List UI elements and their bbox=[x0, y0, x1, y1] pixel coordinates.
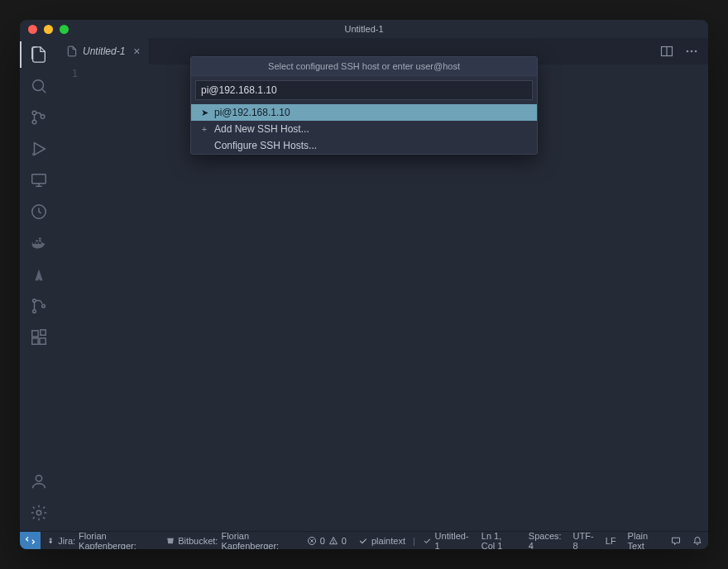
settings-gear-icon[interactable] bbox=[29, 503, 49, 523]
bitbucket-icon bbox=[166, 536, 175, 546]
quick-pick-item-configure[interactable]: Configure SSH Hosts... bbox=[191, 137, 537, 154]
status-right: Ln 1, Col 1 Spaces: 4 UTF-8 LF Plain Tex… bbox=[476, 532, 708, 549]
remote-explorer-icon[interactable] bbox=[29, 170, 49, 190]
warning-icon bbox=[328, 536, 338, 546]
jira-label: Jira: bbox=[58, 536, 75, 546]
svg-rect-13 bbox=[41, 330, 46, 335]
svg-point-3 bbox=[41, 115, 45, 119]
status-checkmark-1[interactable]: plaintext bbox=[352, 532, 411, 549]
window-title: Untitled-1 bbox=[344, 24, 383, 34]
source-control-icon[interactable] bbox=[29, 108, 49, 127]
arrow-icon: ➤ bbox=[199, 108, 209, 118]
bitbucket-label: Bitbucket: bbox=[178, 536, 218, 546]
window-close-icon[interactable] bbox=[28, 25, 37, 34]
quick-pick-item-add[interactable]: + Add New SSH Host... bbox=[191, 121, 537, 137]
svg-point-17 bbox=[687, 50, 689, 53]
status-encoding[interactable]: UTF-8 bbox=[568, 532, 600, 549]
search-icon[interactable] bbox=[29, 76, 49, 96]
check-icon bbox=[358, 536, 368, 546]
quick-pick-item-label: Add New SSH Host... bbox=[214, 123, 309, 135]
svg-point-2 bbox=[32, 120, 36, 124]
check-icon bbox=[423, 536, 432, 546]
quick-pick-input[interactable] bbox=[195, 80, 533, 100]
error-icon bbox=[307, 536, 317, 546]
status-bell-icon[interactable] bbox=[687, 532, 708, 549]
status-problems[interactable]: 0 0 bbox=[301, 532, 352, 549]
check-label-2: Untitled-1 bbox=[435, 531, 470, 550]
svg-point-0 bbox=[33, 80, 44, 91]
svg-rect-10 bbox=[32, 331, 38, 337]
editor-tab-label: Untitled-1 bbox=[83, 45, 125, 57]
svg-rect-5 bbox=[32, 175, 46, 184]
status-eol[interactable]: LF bbox=[600, 532, 622, 549]
jira-user: Florian Kapfenberger: bbox=[79, 531, 155, 550]
line-number: 1 bbox=[58, 68, 89, 531]
editor-actions bbox=[660, 38, 708, 65]
svg-point-4 bbox=[32, 153, 36, 156]
check-label-1: plaintext bbox=[371, 536, 405, 546]
git-graph-icon[interactable] bbox=[29, 296, 49, 316]
atlassian-icon[interactable] bbox=[29, 265, 49, 284]
run-debug-icon[interactable] bbox=[29, 139, 49, 159]
quick-pick: Select configured SSH host or enter user… bbox=[190, 56, 538, 155]
status-feedback-icon[interactable] bbox=[665, 532, 687, 549]
svg-point-8 bbox=[33, 310, 36, 313]
status-jira[interactable]: Jira: Florian Kapfenberger: bbox=[41, 532, 160, 549]
quick-pick-item-selected[interactable]: ➤ pi@192.168.1.10 bbox=[191, 104, 537, 121]
editor-tab[interactable]: Untitled-1 × bbox=[58, 38, 150, 65]
svg-point-7 bbox=[33, 299, 36, 303]
clock-icon[interactable] bbox=[29, 202, 49, 222]
jira-icon bbox=[46, 536, 55, 546]
status-spaces[interactable]: Spaces: 4 bbox=[523, 532, 568, 549]
quick-pick-title: Select configured SSH host or enter user… bbox=[191, 57, 537, 76]
remote-indicator[interactable] bbox=[20, 532, 41, 549]
status-bitbucket[interactable]: Bitbucket: Florian Kapfenberger: bbox=[160, 532, 301, 549]
svg-point-1 bbox=[32, 111, 36, 115]
window-minimize-icon[interactable] bbox=[44, 25, 53, 34]
bitbucket-user: Florian Kapfenberger: bbox=[221, 531, 295, 550]
svg-rect-11 bbox=[32, 338, 38, 344]
explorer-icon[interactable] bbox=[29, 45, 49, 65]
svg-point-21 bbox=[333, 542, 333, 543]
plus-icon: + bbox=[199, 124, 209, 134]
status-language[interactable]: Plain Text bbox=[622, 532, 665, 549]
quick-pick-list: ➤ pi@192.168.1.10 + Add New SSH Host... … bbox=[191, 104, 537, 154]
svg-point-15 bbox=[36, 510, 41, 515]
svg-point-19 bbox=[695, 50, 697, 53]
svg-rect-12 bbox=[40, 338, 46, 344]
svg-point-18 bbox=[691, 50, 693, 53]
file-icon bbox=[66, 45, 78, 57]
split-editor-icon[interactable] bbox=[660, 45, 673, 58]
extensions-icon[interactable] bbox=[29, 328, 49, 347]
more-actions-icon[interactable] bbox=[685, 45, 698, 58]
window-maximize-icon[interactable] bbox=[60, 25, 69, 34]
activity-bar bbox=[20, 38, 58, 531]
status-sep: | bbox=[411, 536, 417, 546]
statusbar: Jira: Florian Kapfenberger: Bitbucket: F… bbox=[20, 531, 708, 549]
warnings-count: 0 bbox=[342, 536, 347, 546]
quick-pick-item-label: Configure SSH Hosts... bbox=[214, 140, 317, 151]
svg-point-9 bbox=[42, 304, 46, 308]
errors-count: 0 bbox=[320, 536, 325, 546]
titlebar: Untitled-1 bbox=[20, 20, 708, 38]
vscode-window: Untitled-1 bbox=[20, 20, 708, 549]
quick-pick-item-label: pi@192.168.1.10 bbox=[214, 107, 290, 118]
traffic-lights bbox=[28, 25, 69, 34]
accounts-icon[interactable] bbox=[29, 471, 49, 491]
docker-icon[interactable] bbox=[29, 233, 49, 253]
status-checkmark-2[interactable]: Untitled-1 bbox=[417, 532, 476, 549]
svg-point-14 bbox=[36, 476, 41, 481]
status-ln-col[interactable]: Ln 1, Col 1 bbox=[476, 532, 523, 549]
tab-close-icon[interactable]: × bbox=[133, 45, 140, 58]
